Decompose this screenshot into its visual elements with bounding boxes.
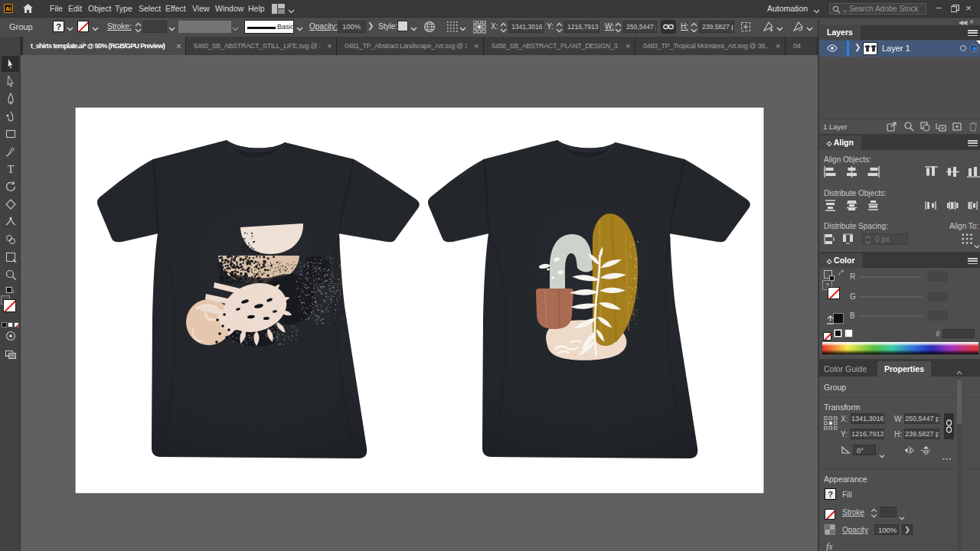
svg-text:T: T <box>7 164 14 175</box>
